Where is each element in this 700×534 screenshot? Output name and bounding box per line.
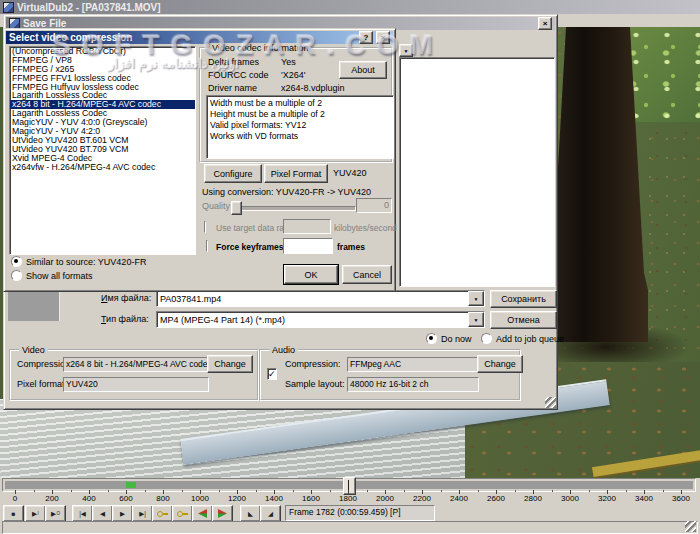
- mark-in-icon: ◣: [248, 511, 253, 517]
- go-to-end-icon: ▶|: [139, 511, 146, 517]
- ruler-label: 1600: [302, 494, 320, 503]
- target-rate-unit: kilobytes/second: [334, 223, 397, 233]
- ruler-label: 3400: [635, 494, 653, 503]
- status-bar: [2, 521, 698, 534]
- add-to-queue-radio[interactable]: Add to job queue: [481, 333, 564, 344]
- do-now-radio[interactable]: Do now: [426, 333, 472, 344]
- codec-list-item[interactable]: Lagarith Lossless Codec: [10, 109, 195, 118]
- ruler-label: 1800: [339, 494, 357, 503]
- quality-slider-thumb[interactable]: [231, 201, 242, 215]
- codec-list-item[interactable]: FFMPEG / VP8: [10, 56, 195, 65]
- force-keyframes-checkbox[interactable]: [206, 240, 208, 252]
- pixel-format-button[interactable]: Pixel Format: [264, 164, 328, 183]
- codec-list-item[interactable]: UtVideo YUV420 BT.709 VCM: [10, 145, 195, 154]
- keyframes-interval-input[interactable]: [283, 238, 333, 254]
- prev-scene-button[interactable]: [192, 505, 213, 522]
- about-button[interactable]: About: [339, 61, 387, 79]
- quality-value: 0: [384, 200, 389, 210]
- next-scene-icon: [218, 509, 227, 518]
- pixel-format-label: Pixel format:: [17, 379, 67, 389]
- quality-slider-track[interactable]: [232, 206, 356, 211]
- stop-button[interactable]: ■: [3, 505, 24, 522]
- virtualdub-app-icon: [3, 2, 14, 13]
- stop-icon: ■: [12, 511, 16, 517]
- mark-in-button[interactable]: ◣: [240, 505, 261, 522]
- play-output-button[interactable]: ▶O: [45, 505, 66, 522]
- ruler-minor-tick: [626, 490, 627, 492]
- prev-scene-icon: [198, 509, 207, 518]
- codec-list-item[interactable]: MagicYUV - YUV 4:0:0 (Greyscale): [10, 118, 195, 127]
- next-scene-button[interactable]: [212, 505, 233, 522]
- video-compression-value: x264 8 bit - H.264/MPEG-4 AVC codec: [63, 357, 209, 372]
- compression-dialog: Select video compression ? × (Uncompress…: [3, 28, 396, 292]
- do-now-radio-circle[interactable]: [426, 333, 437, 344]
- configure-button[interactable]: Configure: [204, 164, 262, 183]
- codec-listbox[interactable]: (Uncompressed RGB/YCbCr)FFMPEG / VP8FFMP…: [9, 46, 196, 255]
- filename-combo[interactable]: PA037841.mp4 ▼: [156, 290, 485, 307]
- codec-list-item[interactable]: Lagarith Lossless Codec: [10, 91, 195, 100]
- filetype-combo[interactable]: MP4 (MPEG-4 Part 14) (*.mp4) ▼: [156, 311, 485, 328]
- info-row-label: Driver name: [208, 83, 257, 93]
- filename-label: Имя файла:: [101, 293, 151, 303]
- filetype-combo-arrow-icon[interactable]: ▼: [468, 312, 484, 327]
- similar-to-source-radio[interactable]: Similar to source: YUV420-FR: [11, 256, 146, 267]
- audio-change-button[interactable]: Change: [477, 355, 523, 373]
- ok-button[interactable]: OK: [284, 265, 338, 284]
- ruler-label: 800: [156, 494, 169, 503]
- codec-list-item[interactable]: FFMPEG Huffyuv lossless codec: [10, 83, 195, 92]
- save-window-resize-grip[interactable]: [545, 397, 556, 408]
- frame-forward-button[interactable]: ▶: [112, 505, 133, 522]
- codec-list-item[interactable]: MagicYUV - YUV 4:2:0: [10, 127, 195, 136]
- save-file-close-button[interactable]: ×: [538, 17, 552, 30]
- show-all-formats-radio[interactable]: Show all formats: [11, 270, 93, 281]
- ruler-minor-tick: [293, 490, 294, 492]
- target-rate-input[interactable]: [283, 219, 331, 234]
- codec-list-item[interactable]: Xvid MPEG-4 Codec: [10, 154, 195, 163]
- prev-keyframe-button[interactable]: [152, 505, 173, 522]
- audio-enabled-checkbox[interactable]: ✓: [267, 368, 277, 380]
- add-to-queue-radio-circle[interactable]: [481, 333, 492, 344]
- similar-radio-circle[interactable]: [11, 256, 22, 267]
- codec-list-item[interactable]: x264 8 bit - H.264/MPEG-4 AVC codec: [10, 100, 195, 109]
- cancel-save-button[interactable]: Отмена: [490, 311, 557, 329]
- do-now-label: Do now: [441, 334, 472, 344]
- filename-combo-arrow-icon[interactable]: ▼: [468, 291, 484, 306]
- file-list-dropdown-button[interactable]: ▼: [399, 44, 413, 57]
- ruler-label: 400: [82, 494, 95, 503]
- compression-dialog-titlebar[interactable]: Select video compression ? ×: [6, 31, 393, 44]
- go-to-start-icon: |◀: [79, 511, 86, 517]
- play-input-button[interactable]: ▶I: [25, 505, 46, 522]
- compression-close-button[interactable]: ×: [376, 31, 390, 44]
- show-all-radio-circle[interactable]: [11, 270, 22, 281]
- codec-list-item[interactable]: (Uncompressed RGB/YCbCr): [10, 47, 195, 56]
- info-row-value: Yes: [281, 57, 296, 67]
- file-list-area[interactable]: [399, 57, 555, 287]
- go-to-end-button[interactable]: ▶|: [132, 505, 153, 522]
- next-keyframe-button[interactable]: [172, 505, 193, 522]
- ruler-label: 1400: [265, 494, 283, 503]
- compression-help-button[interactable]: ?: [359, 31, 373, 44]
- video-change-button[interactable]: Change: [207, 355, 253, 373]
- ruler-minor-tick: [663, 490, 664, 492]
- ruler-minor-tick: [145, 490, 146, 492]
- go-to-start-button[interactable]: |◀: [72, 505, 93, 522]
- play-input-sub-label: I: [38, 511, 39, 517]
- timeline-ruler: 0200400600800100012001400160018002000220…: [0, 490, 700, 505]
- codec-list-item[interactable]: x264vfw - H.264/MPEG-4 AVC codec: [10, 163, 195, 172]
- target-rate-checkbox[interactable]: [204, 221, 206, 233]
- play-output-icon: ▶O: [51, 511, 60, 517]
- ruler-minor-tick: [404, 490, 405, 492]
- save-button[interactable]: Сохранить: [490, 290, 557, 308]
- codec-list-item[interactable]: FFMPEG FFV1 lossless codec: [10, 74, 195, 83]
- main-titlebar[interactable]: VirtualDub2 - [PA037841.MOV]: [0, 0, 700, 14]
- cancel-button[interactable]: Cancel: [342, 265, 392, 284]
- mark-out-button[interactable]: ◢: [260, 505, 281, 522]
- main-window-resize-grip[interactable]: [685, 521, 696, 532]
- chevron-down-icon: ▼: [404, 48, 409, 54]
- next-keyframe-icon: [177, 510, 188, 518]
- quality-value-box[interactable]: 0: [356, 198, 392, 213]
- frame-back-button[interactable]: ◀: [92, 505, 113, 522]
- ruler-label: 1200: [228, 494, 246, 503]
- codec-list-item[interactable]: UtVideo YUV420 BT.601 VCM: [10, 136, 195, 145]
- codec-list-item[interactable]: FFMPEG / x265: [10, 65, 195, 74]
